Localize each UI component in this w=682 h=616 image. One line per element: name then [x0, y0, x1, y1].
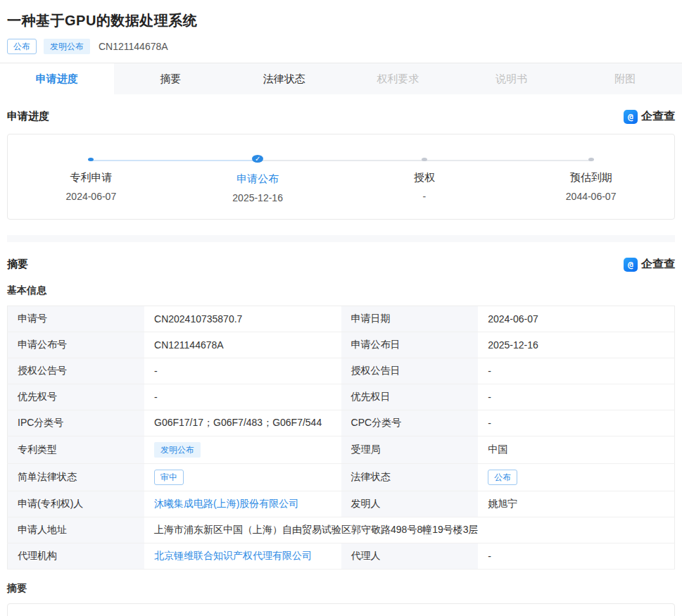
field-label: 简单法律状态: [8, 464, 145, 491]
field-value-simple-legal-status: 审中: [144, 464, 341, 491]
field-label: 申请公布日: [341, 332, 479, 358]
field-label: 申请号: [8, 306, 145, 332]
timeline-check-icon: ✓: [252, 155, 263, 163]
table-row: 代理机构 北京锺维联合知识产权代理有限公司 代理人 -: [8, 543, 675, 570]
field-label: 优先权日: [341, 384, 479, 410]
timeline-dot-done-icon: [88, 158, 94, 161]
qichacha-brand: @ 企查查: [624, 257, 675, 272]
status-badge: 公布: [7, 39, 37, 54]
field-value-applicant: 沐曦集成电路(上海)股份有限公司: [144, 491, 341, 517]
timeline-step-label: 授权: [414, 171, 435, 184]
patent-type-badge: 发明公布: [44, 39, 90, 54]
table-row: 申请号 CN202410735870.7 申请日期 2024-06-07: [8, 306, 675, 332]
qichacha-logo-icon: @: [624, 258, 638, 272]
basic-info-subtitle: 基本信息: [7, 284, 675, 297]
abstract-text-box: 本申请涉及数据处理技术领域，特别是涉及一种基于GPU的数据处理系统，所述系统包括…: [7, 603, 675, 616]
timeline-step-date: -: [423, 191, 427, 202]
field-value-applicant-address: 上海市浦东新区中国（上海）自由贸易试验区郭守敬路498号8幢19号楼3层: [144, 517, 674, 543]
summary-subtitle: 摘要: [7, 582, 675, 595]
field-label: 授权公告日: [341, 358, 479, 384]
qichacha-brand: @ 企查查: [624, 109, 675, 124]
field-value-priority-date: -: [478, 384, 674, 410]
timeline-step-expiry: 预估到期 2044-06-07: [507, 153, 674, 202]
field-value-agent: -: [478, 543, 674, 570]
field-value-grant-date: -: [478, 358, 674, 384]
patent-type-badge: 发明公布: [154, 442, 201, 458]
table-row: IPC分类号 G06F17/17；G06F7/483；G06F7/544 CPC…: [8, 410, 675, 436]
field-value-publication-date: 2025-12-16: [478, 332, 674, 358]
field-label: CPC分类号: [341, 410, 479, 436]
timeline-step-label: 申请公布: [236, 172, 279, 186]
section-divider: [7, 235, 675, 242]
field-label: 优先权号: [8, 384, 145, 410]
table-row: 申请人地址 上海市浦东新区中国（上海）自由贸易试验区郭守敬路498号8幢19号楼…: [8, 517, 675, 543]
table-row: 申请公布号 CN121144678A 申请公布日 2025-12-16: [8, 332, 675, 358]
field-value-application-no: CN202410735870.7: [144, 306, 341, 332]
tab-bar: 申请进度 摘要 法律状态 权利要求 说明书 附图: [0, 63, 682, 94]
timeline-step-date: 2024-06-07: [66, 191, 117, 202]
table-row: 申请(专利权)人 沐曦集成电路(上海)股份有限公司 发明人 姚旭宁: [8, 491, 675, 517]
legal-status-badge: 审中: [154, 470, 184, 485]
field-value-ipc-class: G06F17/17；G06F7/483；G06F7/544: [144, 410, 341, 436]
timeline-step-filing: 专利申请 2024-06-07: [8, 153, 175, 202]
field-value-agency: 北京锺维联合知识产权代理有限公司: [144, 543, 341, 570]
field-label: IPC分类号: [8, 410, 145, 436]
field-label: 代理机构: [8, 543, 145, 570]
tab-legal-status[interactable]: 法律状态: [227, 63, 341, 94]
tab-claims: 权利要求: [341, 63, 455, 94]
agency-link[interactable]: 北京锺维联合知识产权代理有限公司: [154, 550, 312, 561]
qichacha-logo-icon: @: [624, 110, 638, 124]
table-row: 授权公告号 - 授权公告日 -: [8, 358, 675, 384]
field-label: 申请(专利权)人: [8, 491, 145, 517]
page-header: 一种基于GPU的数据处理系统 公布 发明公布 CN121144678A: [0, 0, 682, 63]
field-value-publication-no: CN121144678A: [144, 332, 341, 358]
field-label: 发明人: [341, 491, 479, 517]
field-label: 专利类型: [8, 436, 145, 464]
tab-abstract[interactable]: 摘要: [114, 63, 228, 94]
tab-application-progress[interactable]: 申请进度: [0, 63, 114, 94]
field-value-cpc-class: -: [478, 410, 674, 436]
table-row: 专利类型 发明公布 受理局 中国: [8, 436, 675, 464]
timeline-step-label: 专利申请: [70, 171, 112, 184]
applicant-link[interactable]: 沐曦集成电路(上海)股份有限公司: [154, 498, 298, 509]
section-title-abstract: 摘要: [7, 258, 28, 271]
field-value-grant-no: -: [144, 358, 341, 384]
timeline-step-label: 预估到期: [570, 171, 612, 184]
timeline-step-grant: 授权 -: [341, 153, 508, 202]
field-label: 代理人: [341, 543, 479, 570]
timeline-step-date: 2044-06-07: [566, 191, 617, 202]
timeline-panel: 专利申请 2024-06-07 ✓ 申请公布 2025-12-16 授权 - 预…: [7, 134, 675, 220]
abstract-section: 摘要 @ 企查查 基本信息 申请号 CN202410735870.7 申请日期 …: [0, 257, 682, 616]
section-title-progress: 申请进度: [7, 110, 49, 123]
field-value-office: 中国: [478, 436, 674, 464]
timeline-dot-pending-icon: [588, 158, 594, 161]
field-value-inventor: 姚旭宁: [478, 491, 674, 517]
table-row: 优先权号 - 优先权日 -: [8, 384, 675, 410]
timeline-dot-pending-icon: [422, 158, 427, 161]
field-value-priority-no: -: [144, 384, 341, 410]
qichacha-brand-name: 企查查: [641, 257, 675, 272]
page-title: 一种基于GPU的数据处理系统: [7, 11, 674, 30]
field-value-application-date: 2024-06-07: [478, 306, 674, 332]
publication-number: CN121144678A: [99, 41, 168, 52]
badge-row: 公布 发明公布 CN121144678A: [7, 39, 674, 54]
application-progress-section: 申请进度 @ 企查查 专利申请 2024-06-07 ✓ 申请公布 2025-1…: [0, 109, 682, 242]
qichacha-brand-name: 企查查: [641, 109, 675, 124]
field-label: 法律状态: [341, 464, 479, 491]
field-label: 授权公告号: [8, 358, 145, 384]
timeline-step-publication: ✓ 申请公布 2025-12-16: [175, 153, 341, 202]
field-label: 申请日期: [341, 306, 479, 332]
field-value-legal-status: 公布: [478, 464, 674, 491]
tab-figures: 附图: [569, 63, 682, 94]
field-value-patent-type: 发明公布: [144, 436, 341, 464]
tab-description: 说明书: [455, 63, 569, 94]
table-row: 简单法律状态 审中 法律状态 公布: [8, 464, 675, 491]
timeline-step-date: 2025-12-16: [232, 192, 283, 203]
field-label: 申请公布号: [8, 332, 145, 358]
basic-info-table: 申请号 CN202410735870.7 申请日期 2024-06-07 申请公…: [7, 306, 675, 570]
field-label: 受理局: [341, 436, 479, 464]
patent-timeline: 专利申请 2024-06-07 ✓ 申请公布 2025-12-16 授权 - 预…: [8, 153, 674, 202]
field-label: 申请人地址: [8, 517, 145, 543]
legal-status-badge: 公布: [488, 470, 517, 485]
